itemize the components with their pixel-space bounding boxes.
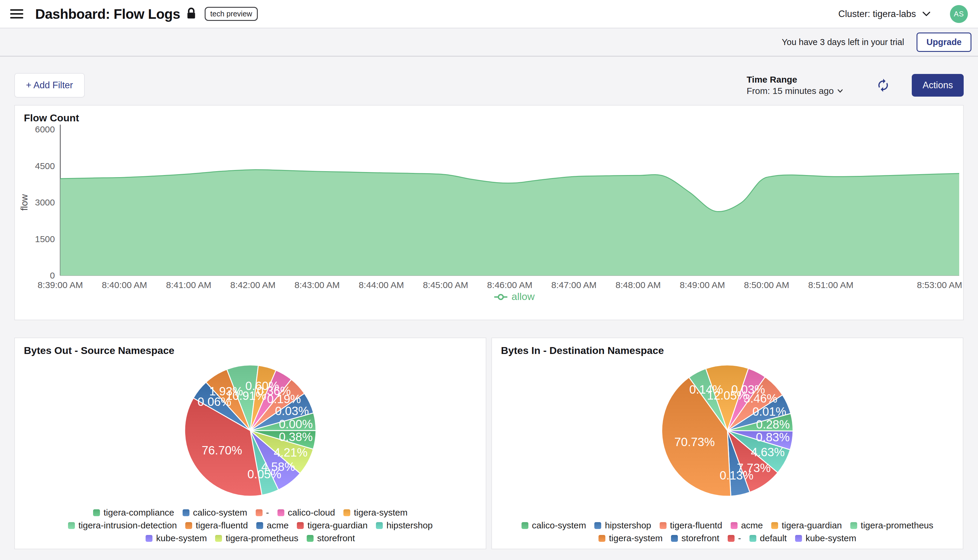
legend-row: tigera-compliancecalico-system-calico-cl… — [15, 508, 486, 518]
y-tick-label: 1500 — [35, 234, 55, 244]
legend-line-icon — [499, 295, 503, 299]
cluster-label: Cluster: tigera-labs — [838, 8, 916, 19]
legend-label: calico-cloud — [288, 508, 335, 518]
pie-slice-percent-label: 70.73% — [674, 435, 715, 448]
legend-label: tigera-intrusion-detection — [78, 520, 177, 530]
chevron-down-icon — [837, 89, 843, 93]
bytes-out-title: Bytes Out - Source Namespace — [24, 345, 175, 356]
legend-item-acme[interactable]: acme — [256, 520, 289, 530]
x-tick-label: 8:47:00 AM — [551, 280, 597, 290]
legend-label: hipstershop — [605, 520, 651, 530]
legend-row: kube-systemtigera-prometheusstorefront — [15, 533, 486, 543]
legend-swatch — [599, 535, 605, 542]
pie-slice-percent-label: 4.21% — [274, 446, 307, 459]
bytes-out-legend: tigera-compliancecalico-system-calico-cl… — [15, 508, 486, 543]
legend-item-calico-system[interactable]: calico-system — [522, 520, 586, 530]
legend-swatch — [297, 522, 304, 529]
legend-item-tigera-guardian[interactable]: tigera-guardian — [771, 520, 842, 530]
time-range: Time Range From: 15 minutes ago — [747, 75, 843, 96]
legend-swatch — [93, 509, 100, 516]
legend-swatch — [307, 535, 314, 542]
x-tick-label: 8:50:00 AM — [744, 280, 789, 290]
trial-message: You have 3 days left in your trial — [782, 37, 904, 47]
legend-item-calico-system[interactable]: calico-system — [183, 508, 247, 518]
chevron-down-icon — [922, 11, 931, 17]
legend-item-kube-system[interactable]: kube-system — [795, 533, 856, 543]
legend-swatch — [344, 509, 350, 516]
flow-chart-legend-item[interactable]: allow — [494, 291, 535, 302]
legend-label: tigera-compliance — [103, 508, 174, 518]
app-header: Dashboard: Flow Logs tech preview Cluste… — [0, 0, 978, 28]
upgrade-button[interactable]: Upgrade — [916, 33, 971, 52]
legend-item-calico-cloud[interactable]: calico-cloud — [277, 508, 335, 518]
actions-button[interactable]: Actions — [912, 74, 964, 97]
x-tick-label: 8:53:00 AM — [917, 280, 962, 290]
legend-label: storefront — [681, 533, 719, 543]
x-tick-label: 8:46:00 AM — [487, 280, 532, 290]
refresh-icon[interactable] — [876, 78, 890, 92]
bytes-out-pie-chart[interactable]: 10.91%0.60%0.36%0.19%0.03%0.00%0.38%4.21… — [15, 338, 486, 499]
legend-swatch — [671, 535, 678, 542]
legend-item-tigera-prometheus[interactable]: tigera-prometheus — [215, 533, 298, 543]
x-tick-label: 8:39:00 AM — [38, 280, 83, 290]
legend-item-default[interactable]: default — [749, 533, 787, 543]
avatar[interactable]: AS — [950, 5, 968, 23]
legend-item-tigera-prometheus[interactable]: tigera-prometheus — [850, 520, 933, 530]
trial-banner: You have 3 days left in your trial Upgra… — [0, 28, 978, 57]
legend-swatch — [185, 522, 192, 529]
legend-label: calico-system — [532, 520, 586, 530]
legend-label: tigera-guardian — [307, 520, 367, 530]
legend-item--[interactable]: - — [728, 533, 741, 543]
pie-slice-percent-label: 0.01% — [753, 405, 786, 418]
filter-toolbar: + Add Filter Time Range From: 15 minutes… — [14, 73, 964, 98]
legend-label: tigera-fluentd — [196, 520, 248, 530]
y-tick-label: 4500 — [35, 161, 55, 171]
legend-item-tigera-fluentd[interactable]: tigera-fluentd — [660, 520, 722, 530]
legend-item-hipstershop[interactable]: hipstershop — [376, 520, 432, 530]
legend-item-acme[interactable]: acme — [731, 520, 763, 530]
area-fill — [60, 170, 959, 275]
legend-label: storefront — [317, 533, 355, 543]
legend-item-storefront[interactable]: storefront — [307, 533, 355, 543]
legend-swatch — [215, 535, 222, 542]
menu-icon[interactable] — [10, 9, 23, 18]
legend-item-kube-system[interactable]: kube-system — [145, 533, 207, 543]
legend-item--[interactable]: - — [256, 508, 269, 518]
legend-label: kube-system — [806, 533, 856, 543]
pie-slice-percent-label: 1.93% — [209, 385, 243, 398]
legend-item-tigera-system[interactable]: tigera-system — [344, 508, 407, 518]
legend-label: tigera-guardian — [782, 520, 842, 530]
cluster-selector[interactable]: Cluster: tigera-labs — [838, 8, 931, 19]
legend-swatch — [277, 509, 284, 516]
legend-swatch — [594, 522, 601, 529]
legend-item-hipstershop[interactable]: hipstershop — [594, 520, 651, 530]
flow-area-chart[interactable]: 01500300045006000flow8:39:00 AM8:40:00 A… — [15, 105, 963, 320]
add-filter-button[interactable]: + Add Filter — [14, 73, 85, 98]
legend-swatch — [183, 509, 189, 516]
legend-swatch — [850, 522, 857, 529]
legend-item-storefront[interactable]: storefront — [671, 533, 719, 543]
y-tick-label: 0 — [50, 270, 55, 280]
bytes-out-card: Bytes Out - Source Namespace 10.91%0.60%… — [14, 338, 486, 549]
lock-icon — [186, 7, 196, 20]
flow-count-title: Flow Count — [24, 112, 79, 124]
legend-swatch — [145, 535, 152, 542]
legend-item-tigera-fluentd[interactable]: tigera-fluentd — [185, 520, 248, 530]
legend-item-tigera-guardian[interactable]: tigera-guardian — [297, 520, 367, 530]
legend-item-tigera-system[interactable]: tigera-system — [599, 533, 663, 543]
pie-slice-percent-label: 0.13% — [719, 469, 753, 482]
legend-label: allow — [512, 291, 535, 302]
legend-row: tigera-intrusion-detectiontigera-fluentd… — [15, 520, 486, 530]
y-axis-title: flow — [19, 194, 30, 211]
page-title: Dashboard: Flow Logs — [35, 6, 180, 22]
legend-label: tigera-prometheus — [861, 520, 933, 530]
bytes-in-pie-chart[interactable]: 0.14%12.05%0.03%3.46%0.01%0.28%0.83%4.63… — [492, 338, 963, 499]
time-range-value[interactable]: From: 15 minutes ago — [747, 86, 843, 96]
pie-slice-percent-label: 0.28% — [756, 418, 790, 431]
legend-item-tigera-intrusion-detection[interactable]: tigera-intrusion-detection — [68, 520, 177, 530]
pie-slice-percent-label: 3.46% — [743, 392, 777, 405]
pie-slice-percent-label: 0.00% — [279, 417, 313, 431]
legend-item-tigera-compliance[interactable]: tigera-compliance — [93, 508, 174, 518]
legend-row: tigera-systemstorefront-defaultkube-syst… — [492, 533, 963, 543]
legend-swatch — [522, 522, 528, 529]
